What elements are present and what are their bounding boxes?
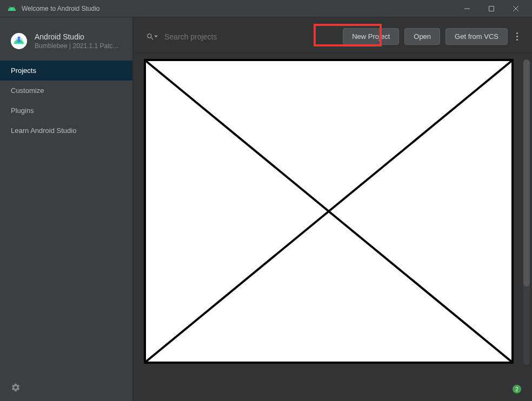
scrollbar-thumb[interactable] (523, 59, 530, 286)
get-from-vcs-button[interactable]: Get from VCS (445, 28, 508, 45)
window-title: Welcome to Android Studio (22, 5, 455, 12)
minimize-button[interactable] (455, 0, 479, 17)
main-panel: New Project Open Get from VCS 2 (133, 17, 532, 401)
search-icon (146, 32, 158, 41)
gear-icon[interactable] (11, 385, 21, 394)
placeholder-image (144, 59, 514, 364)
sidebar-footer (0, 376, 132, 401)
more-menu-icon[interactable] (513, 29, 521, 44)
close-button[interactable] (503, 0, 528, 17)
titlebar: Welcome to Android Studio (0, 0, 532, 17)
app-logo (11, 33, 27, 49)
sidebar-item-projects[interactable]: Projects (0, 61, 132, 81)
search-input[interactable] (162, 29, 337, 44)
open-button[interactable]: Open (404, 28, 440, 45)
sidebar-item-label: Projects (11, 66, 36, 75)
window-controls (455, 0, 528, 17)
notification-badge[interactable]: 2 (513, 385, 521, 393)
sidebar-item-label: Customize (11, 86, 44, 95)
sidebar-item-plugins[interactable]: Plugins (0, 101, 132, 121)
sidebar: Android Studio Bumblebee | 2021.1.1 Patc… (0, 17, 133, 401)
sidebar-item-customize[interactable]: Customize (0, 81, 132, 101)
svg-rect-4 (18, 37, 21, 43)
sidebar-item-learn[interactable]: Learn Android Studio (0, 121, 132, 141)
sidebar-item-label: Learn Android Studio (11, 126, 76, 135)
android-icon (8, 4, 16, 13)
sidebar-item-label: Plugins (11, 106, 34, 115)
search-wrap (146, 29, 337, 44)
sidebar-header: Android Studio Bumblebee | 2021.1.1 Patc… (0, 17, 132, 61)
sidebar-nav: Projects Customize Plugins Learn Android… (0, 61, 132, 376)
new-project-button[interactable]: New Project (343, 28, 399, 45)
app-name: Android Studio (35, 32, 118, 41)
toolbar: New Project Open Get from VCS (133, 17, 532, 53)
maximize-button[interactable] (479, 0, 503, 17)
app-version: Bumblebee | 2021.1.1 Patc... (35, 42, 118, 50)
content-area (133, 53, 532, 401)
svg-rect-1 (489, 6, 494, 11)
